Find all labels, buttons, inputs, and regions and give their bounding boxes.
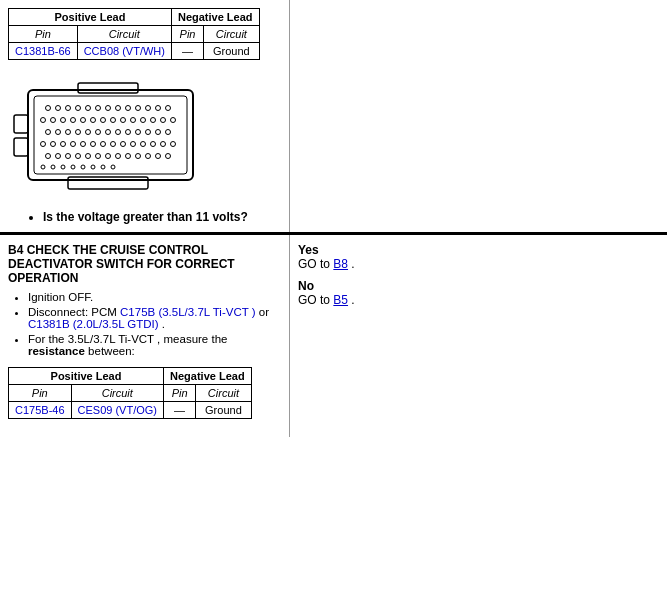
svg-rect-0 (28, 90, 193, 180)
svg-point-59 (171, 142, 176, 147)
svg-rect-4 (14, 138, 28, 156)
svg-point-79 (101, 165, 105, 169)
b4-positive-lead-header: Positive Lead (9, 368, 164, 385)
pin-row-6 (41, 165, 115, 169)
svg-point-46 (41, 142, 46, 147)
yes-link[interactable]: B8 (333, 257, 348, 271)
svg-point-21 (61, 118, 66, 123)
negative-lead-header: Negative Lead (171, 9, 259, 26)
top-wire-table: Positive Lead Negative Lead Pin Circuit … (8, 8, 260, 60)
svg-point-55 (131, 142, 136, 147)
svg-point-53 (111, 142, 116, 147)
svg-point-63 (76, 154, 81, 159)
svg-point-69 (136, 154, 141, 159)
pin-row-4 (41, 142, 176, 147)
svg-point-8 (66, 106, 71, 111)
svg-point-26 (111, 118, 116, 123)
svg-point-17 (156, 106, 161, 111)
svg-point-37 (86, 130, 91, 135)
svg-point-66 (106, 154, 111, 159)
b4-pos-circuit: CES09 (VT/OG) (71, 402, 163, 419)
svg-point-11 (96, 106, 101, 111)
svg-point-24 (91, 118, 96, 123)
svg-point-29 (141, 118, 146, 123)
neg-circuit-1: Ground (204, 43, 259, 60)
b4-title-text: B4 CHECK THE CRUISE CONTROL DEACTIVATOR … (8, 243, 235, 285)
svg-point-27 (121, 118, 126, 123)
svg-point-78 (91, 165, 95, 169)
connector-svg (8, 70, 208, 200)
svg-point-62 (66, 154, 71, 159)
svg-point-72 (166, 154, 171, 159)
svg-point-42 (136, 130, 141, 135)
yes-answer: Yes GO to B8 . (298, 243, 659, 271)
svg-point-54 (121, 142, 126, 147)
svg-point-35 (66, 130, 71, 135)
svg-point-58 (161, 142, 166, 147)
svg-point-13 (116, 106, 121, 111)
b4-pos-pin: C175B-46 (9, 402, 72, 419)
pin-row-2 (41, 118, 176, 123)
svg-point-33 (46, 130, 51, 135)
pin-col-header-1: Pin (9, 26, 78, 43)
pin-col-header-2: Pin (171, 26, 203, 43)
pcm-link-2[interactable]: C1381B (2.0L/3.5L GTDI) (28, 318, 159, 330)
svg-point-65 (96, 154, 101, 159)
svg-point-80 (111, 165, 115, 169)
svg-point-23 (81, 118, 86, 123)
svg-point-9 (76, 106, 81, 111)
pin-row-3 (46, 130, 171, 135)
yes-label: Yes (298, 243, 319, 257)
pos-circuit-1: CCB08 (VT/WH) (77, 43, 171, 60)
svg-point-25 (101, 118, 106, 123)
svg-point-14 (126, 106, 131, 111)
neg-pin-1: — (171, 43, 203, 60)
circuit-col-header-1: Circuit (77, 26, 171, 43)
svg-point-12 (106, 106, 111, 111)
pcm-link-1[interactable]: C175B (3.5L/3.7L Ti-VCT ) (120, 306, 256, 318)
b4-instructions-list: Ignition OFF. Disconnect: PCM C175B (3.5… (8, 291, 281, 357)
svg-point-73 (41, 165, 45, 169)
svg-point-74 (51, 165, 55, 169)
svg-point-16 (146, 106, 151, 111)
yes-text: GO to (298, 257, 333, 271)
b4-title: B4 CHECK THE CRUISE CONTROL DEACTIVATOR … (8, 243, 281, 285)
b4-pin-col-2: Pin (164, 385, 196, 402)
pos-pin-1: C1381B-66 (9, 43, 78, 60)
b4-negative-lead-header: Negative Lead (164, 368, 252, 385)
b4-left-panel: B4 CHECK THE CRUISE CONTROL DEACTIVATOR … (0, 235, 290, 437)
svg-point-34 (56, 130, 61, 135)
instruction-2: Disconnect: PCM C175B (3.5L/3.7L Ti-VCT … (28, 306, 281, 330)
circuit-col-header-2: Circuit (204, 26, 259, 43)
instruction-1: Ignition OFF. (28, 291, 281, 303)
svg-point-20 (51, 118, 56, 123)
svg-point-6 (46, 106, 51, 111)
b4-circuit-col-2: Circuit (196, 385, 251, 402)
svg-point-30 (151, 118, 156, 123)
svg-point-57 (151, 142, 156, 147)
pin-row-1 (46, 106, 171, 111)
svg-point-45 (166, 130, 171, 135)
no-link[interactable]: B5 (333, 293, 348, 307)
no-answer: No GO to B5 . (298, 279, 659, 307)
svg-point-7 (56, 106, 61, 111)
b4-circuit-col-1: Circuit (71, 385, 163, 402)
no-label: No (298, 279, 314, 293)
svg-point-77 (81, 165, 85, 169)
positive-lead-header: Positive Lead (9, 9, 172, 26)
b4-wire-table: Positive Lead Negative Lead Pin Circuit … (8, 367, 252, 419)
svg-point-43 (146, 130, 151, 135)
svg-point-52 (101, 142, 106, 147)
svg-point-64 (86, 154, 91, 159)
b4-pin-col-1: Pin (9, 385, 72, 402)
svg-point-67 (116, 154, 121, 159)
connector-diagram (8, 70, 208, 200)
svg-point-70 (146, 154, 151, 159)
section-b4: B4 CHECK THE CRUISE CONTROL DEACTIVATOR … (0, 233, 667, 437)
voltage-question-text: Is the voltage greater than 11 volts? (43, 210, 281, 224)
svg-point-36 (76, 130, 81, 135)
svg-point-60 (46, 154, 51, 159)
svg-point-47 (51, 142, 56, 147)
svg-rect-5 (68, 177, 148, 189)
svg-point-31 (161, 118, 166, 123)
